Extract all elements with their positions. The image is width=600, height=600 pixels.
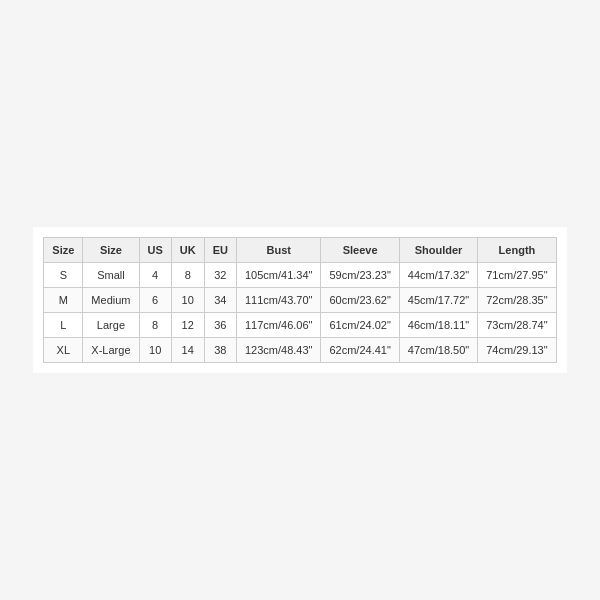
cell-uk: 8 bbox=[171, 263, 204, 288]
cell-bust: 123cm/48.43" bbox=[236, 338, 321, 363]
header-shoulder: Shoulder bbox=[399, 238, 477, 263]
cell-eu: 38 bbox=[204, 338, 236, 363]
cell-sleeve: 60cm/23.62" bbox=[321, 288, 399, 313]
cell-size-name: X-Large bbox=[83, 338, 139, 363]
cell-eu: 36 bbox=[204, 313, 236, 338]
header-size-name: Size bbox=[83, 238, 139, 263]
cell-us: 4 bbox=[139, 263, 171, 288]
cell-uk: 12 bbox=[171, 313, 204, 338]
cell-shoulder: 44cm/17.32" bbox=[399, 263, 477, 288]
cell-size-name: Small bbox=[83, 263, 139, 288]
header-uk: UK bbox=[171, 238, 204, 263]
cell-size-name: Medium bbox=[83, 288, 139, 313]
cell-bust: 117cm/46.06" bbox=[236, 313, 321, 338]
cell-uk: 10 bbox=[171, 288, 204, 313]
header-us: US bbox=[139, 238, 171, 263]
cell-length: 71cm/27.95" bbox=[478, 263, 556, 288]
cell-size-code: XL bbox=[44, 338, 83, 363]
cell-sleeve: 61cm/24.02" bbox=[321, 313, 399, 338]
header-sleeve: Sleeve bbox=[321, 238, 399, 263]
table-row: SSmall4832105cm/41.34"59cm/23.23"44cm/17… bbox=[44, 263, 556, 288]
cell-eu: 34 bbox=[204, 288, 236, 313]
table-row: XLX-Large101438123cm/48.43"62cm/24.41"47… bbox=[44, 338, 556, 363]
cell-bust: 111cm/43.70" bbox=[236, 288, 321, 313]
cell-us: 8 bbox=[139, 313, 171, 338]
table-row: LLarge81236117cm/46.06"61cm/24.02"46cm/1… bbox=[44, 313, 556, 338]
cell-shoulder: 46cm/18.11" bbox=[399, 313, 477, 338]
table-header-row: Size Size US UK EU Bust Sleeve Shoulder … bbox=[44, 238, 556, 263]
cell-shoulder: 45cm/17.72" bbox=[399, 288, 477, 313]
cell-us: 10 bbox=[139, 338, 171, 363]
size-chart-container: Size Size US UK EU Bust Sleeve Shoulder … bbox=[33, 227, 566, 373]
cell-size-name: Large bbox=[83, 313, 139, 338]
cell-size-code: M bbox=[44, 288, 83, 313]
cell-length: 72cm/28.35" bbox=[478, 288, 556, 313]
cell-size-code: S bbox=[44, 263, 83, 288]
cell-us: 6 bbox=[139, 288, 171, 313]
header-size-code: Size bbox=[44, 238, 83, 263]
cell-length: 74cm/29.13" bbox=[478, 338, 556, 363]
table-row: MMedium61034111cm/43.70"60cm/23.62"45cm/… bbox=[44, 288, 556, 313]
header-eu: EU bbox=[204, 238, 236, 263]
header-bust: Bust bbox=[236, 238, 321, 263]
cell-length: 73cm/28.74" bbox=[478, 313, 556, 338]
cell-sleeve: 62cm/24.41" bbox=[321, 338, 399, 363]
cell-shoulder: 47cm/18.50" bbox=[399, 338, 477, 363]
cell-eu: 32 bbox=[204, 263, 236, 288]
cell-bust: 105cm/41.34" bbox=[236, 263, 321, 288]
header-length: Length bbox=[478, 238, 556, 263]
cell-uk: 14 bbox=[171, 338, 204, 363]
cell-sleeve: 59cm/23.23" bbox=[321, 263, 399, 288]
size-chart-table: Size Size US UK EU Bust Sleeve Shoulder … bbox=[43, 237, 556, 363]
cell-size-code: L bbox=[44, 313, 83, 338]
